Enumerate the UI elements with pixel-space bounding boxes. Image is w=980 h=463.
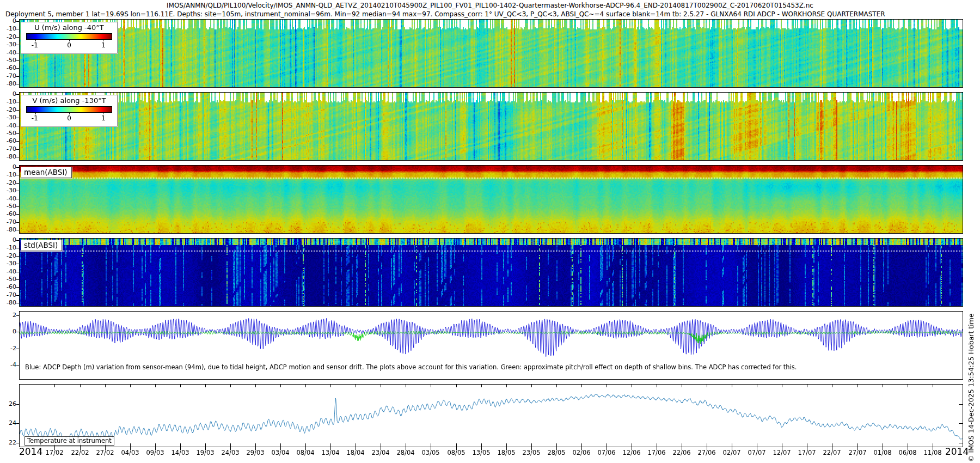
x-axis-date-label: 07/06 — [594, 449, 619, 456]
x-axis-date-label: 11/08 — [920, 449, 945, 456]
temperature-ytick-label: 22 — [0, 439, 16, 446]
depth-panel3-ytick — [16, 295, 19, 296]
depth-panel2-ytick — [16, 222, 19, 223]
depth-panel0-ytick — [16, 84, 19, 84]
colorbar-tick-labels: -1 0 1 — [26, 41, 112, 50]
depth-panel1-ytick-label: -50 — [0, 130, 16, 137]
depth-panel0-ytick — [16, 45, 19, 45]
panel-label-mean-absi: mean(ABSI) — [21, 167, 72, 178]
depth-panel0-ytick — [16, 76, 19, 77]
colorbar-legend-u: U (m/s) along -40°T -1 0 1 — [21, 22, 118, 53]
depth-panel2-ytick-label: -80 — [0, 226, 16, 233]
depth-panel0-ytick-label: -60 — [0, 64, 16, 71]
depth-panel0-ytick-label: -30 — [0, 41, 16, 48]
depth-variation-ytick — [16, 365, 19, 365]
panel-temperature — [19, 384, 963, 447]
x-axis-date-label: 03/04 — [268, 449, 293, 456]
x-axis-date-label: 01/08 — [870, 449, 895, 456]
x-axis-date-label: 02/07 — [719, 449, 744, 456]
depth-panel1-ytick — [16, 141, 19, 142]
temperature-ytick — [16, 443, 19, 443]
depth-panel3-ytick-label: -50 — [0, 276, 16, 283]
x-axis-date-label: 03/05 — [418, 449, 443, 456]
depth-panel0-ytick-label: -20 — [0, 33, 16, 40]
depth-panel3-ytick — [16, 256, 19, 257]
x-axis-date-label: 22/06 — [669, 449, 694, 456]
x-axis-date-label: 27/02 — [93, 449, 118, 456]
depth-variation-ytick — [16, 315, 19, 316]
year-label-right: 2014 — [945, 446, 969, 457]
depth-panel3-ytick-label: -40 — [0, 268, 16, 275]
temperature-ytick-label: 24 — [0, 419, 16, 427]
depth-panel3-ytick — [16, 272, 19, 272]
depth-panel1-ytick — [16, 102, 19, 102]
depth-panel2-ytick-label: -20 — [0, 179, 16, 186]
x-axis-date-label: 12/07 — [769, 449, 794, 456]
x-axis-date-label: 14/03 — [168, 449, 193, 456]
x-axis-date-label: 27/07 — [845, 449, 870, 456]
depth-panel2-ytick — [16, 214, 19, 215]
depth-panel1-ytick-label: -10 — [0, 98, 16, 105]
depth-panel0-ytick-label: -10 — [0, 25, 16, 32]
depth-panel2-ytick — [16, 183, 19, 184]
depth-panel1-ytick-label: -20 — [0, 106, 16, 113]
x-axis-date-label: 22/07 — [819, 449, 844, 456]
depth-panel1-ytick — [16, 126, 19, 126]
depth-panel0-ytick — [16, 60, 19, 61]
depth-panel0-ytick — [16, 68, 19, 69]
depth-panel0-ytick — [16, 29, 19, 29]
depth-panel0-ytick-label: -70 — [0, 72, 16, 80]
x-axis-date-label: 17/02 — [42, 449, 67, 456]
temperature-ytick — [16, 423, 19, 424]
depth-panel1-ytick — [16, 133, 19, 134]
depth-panel2-ytick-label: -10 — [0, 171, 16, 178]
depth-variation-ytick-label: 2 — [0, 312, 16, 319]
x-axis-date-label: 09/03 — [143, 449, 168, 456]
page-subtitle: Deployment 5, member 1 lat=19.69S lon=11… — [5, 10, 980, 18]
depth-panel1-ytick — [16, 118, 19, 118]
x-axis-date-label: 28/05 — [544, 449, 569, 456]
temperature-ytick-label: 26 — [0, 400, 16, 407]
depth-panel2-ytick — [16, 191, 19, 191]
depth-panel2-ytick — [16, 167, 19, 168]
mean-absi-heatmap — [20, 166, 963, 233]
depth-variation-ytick — [16, 349, 19, 349]
x-axis-date-label: 24/03 — [218, 449, 243, 456]
colorbar-title-v: V (m/s) along -130°T — [21, 95, 117, 105]
temperature-ytick — [16, 404, 19, 405]
imos-watermark: © IMOS 14-Dec-2025 13:54:25 Hobart time — [967, 206, 975, 462]
depth-panel2-ytick-label: -30 — [0, 187, 16, 194]
depth-panel3-ytick — [16, 287, 19, 288]
x-axis-date-label: 18/05 — [494, 449, 519, 456]
depth-variation-ytick-label: -4 — [0, 361, 16, 368]
depth-panel0-ytick — [16, 53, 19, 53]
colorbar-tick-label: 1 — [101, 114, 106, 122]
page-title: IMOS/ANMN/QLD/PIL100/Velocity/IMOS_ANMN-… — [0, 2, 980, 9]
colorbar-tick-label: 1 — [101, 41, 106, 49]
depth-panel1-ytick-label: -30 — [0, 114, 16, 121]
x-axis-date-label: 08/04 — [293, 449, 318, 456]
colorbar-tick-labels: -1 0 1 — [26, 114, 112, 123]
panel-u-velocity — [19, 19, 963, 88]
depth-panel1-ytick-label: 0 — [0, 90, 16, 98]
depth-variation-ytick — [16, 332, 19, 332]
depth-panel2-ytick — [16, 206, 19, 207]
depth-panel1-ytick-label: -70 — [0, 145, 16, 153]
x-axis-date-label: 02/06 — [569, 449, 594, 456]
depth-panel0-ytick — [16, 21, 19, 22]
depth-panel3-ytick-label: -30 — [0, 260, 16, 267]
temperature-plot — [20, 385, 963, 447]
depth-panel3-ytick — [16, 240, 19, 241]
colorbar-tick-label: -1 — [32, 41, 38, 49]
x-axis-date-label: 12/06 — [619, 449, 644, 456]
x-axis-date-label: 04/03 — [118, 449, 143, 456]
x-axis-date-label: 28/04 — [393, 449, 418, 456]
jet-colorbar — [26, 33, 112, 40]
depth-panel3-ytick — [16, 264, 19, 264]
depth-variation-ytick-label: 0 — [0, 328, 16, 335]
depth-panel2-ytick-label: 0 — [0, 163, 16, 170]
x-axis-date-label: 29/03 — [243, 449, 268, 456]
x-axis-date-label: 17/07 — [794, 449, 819, 456]
depth-panel1-ytick-label: -40 — [0, 122, 16, 129]
depth-panel3-ytick-label: -80 — [0, 299, 16, 306]
